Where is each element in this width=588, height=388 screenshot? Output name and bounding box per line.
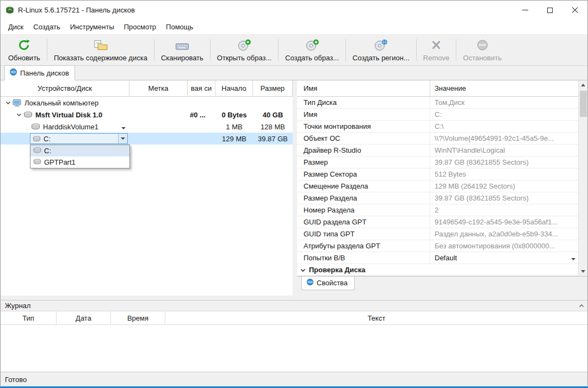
- maximize-button[interactable]: [537, 1, 562, 20]
- open-image-icon: [237, 39, 251, 52]
- remove-icon: [430, 39, 443, 52]
- menu-disk[interactable]: Диск: [3, 21, 28, 33]
- create-region-label: Создать регион...: [352, 54, 410, 62]
- combo-value: C:: [44, 135, 51, 143]
- column-start[interactable]: Начало: [215, 80, 253, 96]
- log-column-text[interactable]: Текст: [165, 311, 587, 324]
- window-title: R-Linux 5.6.175721 - Панель дисков: [18, 6, 135, 14]
- open-image-label: Открыть образ...: [217, 54, 271, 62]
- column-label[interactable]: Метка: [129, 80, 188, 96]
- create-image-button[interactable]: Создать образ...: [280, 36, 344, 64]
- properties-scrollbar[interactable]: [578, 80, 587, 276]
- menubar: Диск Создать Инструменты Просмотр Помощь: [1, 20, 587, 35]
- minimize-icon: [522, 10, 528, 10]
- log-body: [1, 325, 587, 372]
- tree-cell-size: 128 MB: [253, 121, 293, 133]
- app-icon: [5, 6, 14, 15]
- menu-view[interactable]: Просмотр: [119, 21, 161, 33]
- menu-create[interactable]: Создать: [28, 21, 65, 33]
- open-image-button[interactable]: Открыть образ...: [212, 36, 277, 64]
- properties-table: Имя Значение Тип ДискаТом,Диск ИмяC: Точ…: [297, 80, 578, 276]
- toolbar-separator: [345, 39, 346, 61]
- column-name[interactable]: Имя: [297, 80, 430, 96]
- property-row: Драйвер R-StudioWinNT\Handle\Logical: [297, 145, 578, 157]
- column-device-disk[interactable]: Устройство/Диск: [1, 80, 129, 96]
- log-column-date[interactable]: Дата: [57, 311, 111, 324]
- property-row: Размер39.87 GB (83621855 Sectors): [297, 157, 578, 168]
- main-area: Устройство/Диск Метка вая си Начало Разм…: [1, 80, 587, 296]
- log-collapse-icon[interactable]: [579, 304, 584, 308]
- scan-button[interactable]: Сканировать: [156, 36, 209, 64]
- log-title: Журнал: [5, 302, 30, 310]
- tree-cell-start: 0 Bytes: [215, 109, 253, 121]
- show-disk-content-icon: [94, 39, 108, 52]
- toolbar-separator: [47, 39, 47, 61]
- combo-arrow-icon[interactable]: [118, 134, 127, 143]
- tab-properties[interactable]: Свойства: [301, 277, 355, 290]
- column-value[interactable]: Значение: [430, 80, 578, 96]
- tree-row-c-drive[interactable]: C: 129 MB 39.87 GB: [1, 133, 293, 145]
- close-button[interactable]: [562, 1, 587, 20]
- dropdown-item-gptpart1[interactable]: GPTPart1: [30, 157, 129, 168]
- tree-row-msft-virtual-disk[interactable]: Msft Virtual Disk 1.0 #0 ... 0 Bytes 40 …: [1, 109, 293, 121]
- io-tries-value: Default: [435, 254, 457, 262]
- menu-tools[interactable]: Инструменты: [65, 21, 119, 33]
- property-row: Атрибуты раздела GPTБез автомонтирования…: [297, 240, 578, 252]
- tree-row-harddiskvolume1[interactable]: HarddiskVolume1 1 MB 128 MB: [1, 121, 293, 133]
- dropdown-item-c[interactable]: C:: [30, 145, 129, 157]
- statusbar: Готово: [1, 372, 587, 386]
- property-row: Размер Раздела39.87 GB (83621855 Sectors…: [297, 192, 578, 204]
- property-row: Размер Сектора512 Bytes: [297, 168, 578, 180]
- property-row: Номер Раздела2: [297, 204, 578, 216]
- property-row: Объект ОС\\?\Volume{49654991-92c1-45a5-9…: [297, 133, 578, 145]
- chevron-expanded-icon[interactable]: [15, 113, 23, 117]
- scrollbar-up-icon[interactable]: [579, 80, 588, 90]
- toolbar-separator: [154, 39, 154, 61]
- log-column-type[interactable]: Тип: [1, 311, 57, 324]
- show-disk-content-button[interactable]: Показать содержимое диска: [48, 36, 153, 64]
- tree-item-label: Msft Virtual Disk 1.0: [35, 111, 102, 119]
- refresh-button[interactable]: Обновить: [3, 36, 46, 64]
- property-row: GUID раздела GPT91496549-c192-a545-9e3e-…: [297, 216, 578, 228]
- minimize-button[interactable]: [512, 1, 537, 20]
- dropdown-item-label: GPTPart1: [44, 158, 76, 166]
- log-column-time[interactable]: Время: [111, 311, 165, 324]
- disk-icon: [33, 147, 41, 155]
- property-section-disk-check[interactable]: Проверка Диска: [297, 264, 578, 276]
- combo-arrow-icon[interactable]: [121, 123, 126, 131]
- menu-help[interactable]: Помощь: [161, 21, 198, 33]
- scrollbar-thumb[interactable]: [580, 91, 587, 117]
- vertical-splitter[interactable]: [293, 80, 297, 296]
- log-header: Тип Дата Время Текст: [1, 311, 587, 325]
- create-region-button[interactable]: Создать регион...: [347, 36, 415, 64]
- stop-button: STOP Остановить: [457, 36, 507, 64]
- disk-icon: [33, 136, 41, 142]
- horizontal-splitter[interactable]: [1, 296, 587, 300]
- column-filesystem[interactable]: вая си: [188, 80, 215, 96]
- property-row: Точки монтированияC:\: [297, 121, 578, 133]
- main-tabstrip: Панель дисков: [1, 66, 587, 80]
- column-size[interactable]: Размер: [253, 80, 293, 96]
- scrollbar-down-icon[interactable]: [579, 267, 588, 276]
- property-row: GUID типа GPTРаздел данных, a2a0d0eb-e5b…: [297, 228, 578, 240]
- combo-arrow-icon[interactable]: [571, 254, 575, 262]
- close-icon: [572, 7, 578, 14]
- show-disk-content-label: Показать содержимое диска: [54, 54, 147, 62]
- chevron-expanded-icon[interactable]: [4, 101, 13, 105]
- property-row: ИмяC:: [297, 109, 578, 121]
- create-image-label: Создать образ...: [285, 54, 339, 62]
- properties-header: Имя Значение: [297, 80, 578, 97]
- tree-header: Устройство/Диск Метка вая си Начало Разм…: [1, 80, 293, 97]
- scan-icon: [175, 39, 189, 52]
- chevron-down-icon: [300, 266, 306, 274]
- remove-button: Remove: [418, 36, 455, 64]
- create-region-icon: [374, 39, 388, 52]
- property-row: Тип ДискаТом,Диск: [297, 97, 578, 109]
- partition-combobox[interactable]: C:: [30, 133, 128, 144]
- dropdown-item-label: C:: [44, 147, 51, 155]
- disk-tree-panel: Устройство/Диск Метка вая си Начало Разм…: [1, 80, 293, 296]
- tab-disk-panel[interactable]: Панель дисков: [4, 65, 75, 80]
- scan-label: Сканировать: [161, 54, 203, 62]
- tree-row-local-computer[interactable]: Локальный компьютер: [1, 97, 293, 109]
- svg-text:STOP: STOP: [479, 43, 486, 47]
